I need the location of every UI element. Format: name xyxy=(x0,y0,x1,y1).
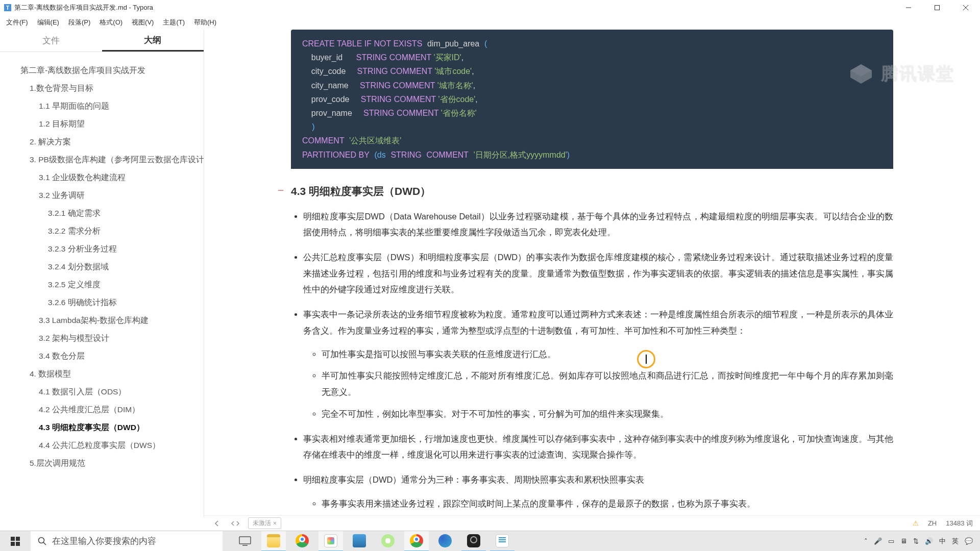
tray-volume-icon[interactable]: 🔊 xyxy=(925,537,933,545)
code-block[interactable]: CREATE TABLE IF NOT EXISTS dim_pub_area … xyxy=(291,30,893,169)
bullet-item: 明细粒度事实层DWD（Data Warehouse Detail）以业务过程驱动… xyxy=(303,209,893,241)
menu-file[interactable]: 文件(F) xyxy=(6,18,28,27)
taskbar-app-typora[interactable] xyxy=(490,531,514,552)
minimize-button[interactable] xyxy=(894,0,923,15)
source-code-button[interactable] xyxy=(230,518,241,529)
outline-item[interactable]: 第二章-离线数据仓库项目实战开发 xyxy=(20,61,204,79)
taskbar: 在这里输入你要搜索的内容 ˄ 🎤 ▭ 🖥 ⇅ 🔊 中 英 💬 xyxy=(0,531,980,551)
tray-monitor-icon[interactable]: 🖥 xyxy=(900,537,907,545)
word-count[interactable]: 13483 词 xyxy=(946,519,973,528)
watermark-text: 腾讯课堂 xyxy=(881,62,954,86)
sub-bullet: 事务事实表用来描述业务过程，跟踪空间或时间上某点的度量事件，保存的是最原子的数据… xyxy=(322,495,893,512)
outline-item[interactable]: 3.2.2 需求分析 xyxy=(20,222,204,240)
taskbar-app-baidu[interactable] xyxy=(376,531,400,552)
outline-item[interactable]: 2. 解决方案 xyxy=(20,133,204,151)
outline-item[interactable]: 4. 数据模型 xyxy=(20,365,204,383)
menubar: 文件(F) 编辑(E) 段落(P) 格式(O) 视图(V) 主题(T) 帮助(H… xyxy=(0,15,980,30)
outline-item[interactable]: 3.4 数仓分层 xyxy=(20,347,204,365)
outline-item[interactable]: 4.4 公共汇总粒度事实层（DWS） xyxy=(20,436,204,454)
app-icon: T xyxy=(4,4,11,11)
tray-mic-icon[interactable]: 🎤 xyxy=(874,537,882,545)
sub-bullet: 半可加性事实只能按照特定维度汇总，不能对所有维度汇总。例如库存可以按照地点和商品… xyxy=(322,367,893,400)
outline-item[interactable]: 1.2 目标期望 xyxy=(20,115,204,133)
bullet-item: 事实表中一条记录所表达的业务细节程度被称为粒度。通常粒度可以通过两种方式来表述：… xyxy=(303,307,893,421)
taskbar-app-edge[interactable] xyxy=(433,531,457,552)
outline-item[interactable]: 3.2 架构与模型设计 xyxy=(20,329,204,347)
outline-item[interactable]: 5.层次调用规范 xyxy=(20,454,204,472)
outline-item[interactable]: 3.2.6 明确统计指标 xyxy=(20,293,204,311)
sub-bullet: 可加性事实是指可以按照与事实表关联的任意维度进行汇总。 xyxy=(322,346,893,362)
outline-tree[interactable]: 第二章-离线数据仓库项目实战开发1.数仓背景与目标1.1 早期面临的问题1.2 … xyxy=(0,52,204,517)
menu-edit[interactable]: 编辑(E) xyxy=(37,18,59,27)
search-placeholder: 在这里输入你要搜索的内容 xyxy=(52,535,156,547)
outline-item[interactable]: 3.2.5 定义维度 xyxy=(20,276,204,293)
language-indicator[interactable]: ZH xyxy=(928,519,937,527)
back-button[interactable] xyxy=(211,518,223,529)
bullet-item: 事实表相对维表通常更加细长，行增加速度也更快。维度属性可以存储到事实表中，这种存… xyxy=(303,431,893,463)
svg-rect-9 xyxy=(16,542,20,546)
menu-help[interactable]: 帮助(H) xyxy=(194,18,216,27)
close-button[interactable] xyxy=(951,0,980,15)
status-bar: 未激活× ⚠ ZH 13483 词 xyxy=(204,515,980,531)
close-badge-icon[interactable]: × xyxy=(273,520,277,527)
cursor-indicator xyxy=(637,350,655,368)
tray-ime-zh[interactable]: 中 xyxy=(939,537,946,546)
watermark: 腾讯课堂 xyxy=(847,60,954,88)
outline-item[interactable]: 3.2.1 确定需求 xyxy=(20,204,204,222)
taskbar-app-vmware[interactable] xyxy=(318,531,343,552)
sidebar: 文件 大纲 第二章-离线数据仓库项目实战开发1.数仓背景与目标1.1 早期面临的… xyxy=(0,30,204,517)
taskbar-app-obs[interactable] xyxy=(461,531,486,552)
search-icon xyxy=(38,537,47,546)
outline-item[interactable]: 3.2.3 分析业务过程 xyxy=(20,240,204,258)
outline-item[interactable]: 1.数仓背景与目标 xyxy=(20,79,204,97)
window-title: 第二章-离线数据仓库项目实战开发.md - Typora xyxy=(14,3,153,12)
svg-rect-6 xyxy=(11,537,15,541)
editor-content[interactable]: 腾讯课堂 CREATE TABLE IF NOT EXISTS dim_pub_… xyxy=(204,30,980,517)
sidebar-tab-outline[interactable]: 大纲 xyxy=(102,30,204,52)
outline-item[interactable]: 3.2.4 划分数据域 xyxy=(20,258,204,276)
titlebar: T 第二章-离线数据仓库项目实战开发.md - Typora xyxy=(0,0,980,15)
svg-rect-8 xyxy=(11,542,15,546)
task-view-button[interactable] xyxy=(233,531,257,552)
bullet-item: 公共汇总粒度事实层（DWS）和明细粒度事实层（DWD）的事实表作为数据仓库维度建… xyxy=(303,249,893,297)
taskbar-app-remote[interactable] xyxy=(347,531,372,552)
outline-item[interactable]: 4.2 公共维度汇总层（DIM） xyxy=(20,400,204,418)
taskbar-app-chrome[interactable] xyxy=(290,531,314,552)
svg-rect-1 xyxy=(935,6,940,10)
heading-dwd[interactable]: 4.3 明细粒度事实层（DWD） xyxy=(291,184,893,198)
menu-theme[interactable]: 主题(T) xyxy=(163,18,185,27)
menu-view[interactable]: 视图(V) xyxy=(132,18,154,27)
tray-chevron-icon[interactable]: ˄ xyxy=(864,537,868,545)
tray-notifications-icon[interactable]: 💬 xyxy=(965,537,973,545)
warning-icon[interactable]: ⚠ xyxy=(913,519,919,527)
outline-item[interactable]: 3.1 企业级数仓构建流程 xyxy=(20,168,204,186)
bullet-list: 明细粒度事实层DWD（Data Warehouse Detail）以业务过程驱动… xyxy=(291,209,893,517)
taskbar-app-chrome2[interactable] xyxy=(404,531,429,552)
sub-bullet: 完全不可加性，例如比率型事实。对于不可加性的事实，可分解为可加的组件来实现聚集。 xyxy=(322,406,893,422)
bullet-item: 明细粒度事实层（DWD）通常分为三种：事务事实表、周期快照事实表和累积快照事实表… xyxy=(303,472,893,517)
activation-badge[interactable]: 未激活× xyxy=(248,517,281,529)
start-button[interactable] xyxy=(0,531,31,552)
svg-line-11 xyxy=(43,542,46,545)
maximize-button[interactable] xyxy=(923,0,951,15)
taskbar-app-explorer[interactable] xyxy=(261,531,286,552)
outline-item[interactable]: 3. PB级数据仓库构建（参考阿里云数据仓库设计方案） xyxy=(20,151,204,168)
outline-item[interactable]: 3.3 Lambda架构-数据仓库构建 xyxy=(20,311,204,329)
tray-wifi-icon[interactable]: ⇅ xyxy=(913,537,919,545)
tray-battery-icon[interactable]: ▭ xyxy=(888,537,894,545)
outline-item[interactable]: 1.1 早期面临的问题 xyxy=(20,97,204,115)
sidebar-tab-file[interactable]: 文件 xyxy=(0,30,102,52)
taskbar-search[interactable]: 在这里输入你要搜索的内容 xyxy=(31,531,223,552)
menu-format[interactable]: 格式(O) xyxy=(100,18,122,27)
svg-point-10 xyxy=(39,537,44,543)
outline-item[interactable]: 4.1 数据引入层（ODS） xyxy=(20,383,204,400)
system-tray[interactable]: ˄ 🎤 ▭ 🖥 ⇅ 🔊 中 英 💬 xyxy=(864,537,980,546)
menu-paragraph[interactable]: 段落(P) xyxy=(68,18,90,27)
outline-item[interactable]: 4.3 明细粒度事实层（DWD） xyxy=(20,418,204,436)
svg-rect-7 xyxy=(16,537,20,541)
svg-rect-12 xyxy=(239,537,251,544)
tray-ime-pin[interactable]: 英 xyxy=(952,537,959,546)
outline-item[interactable]: 3.2 业务调研 xyxy=(20,186,204,204)
